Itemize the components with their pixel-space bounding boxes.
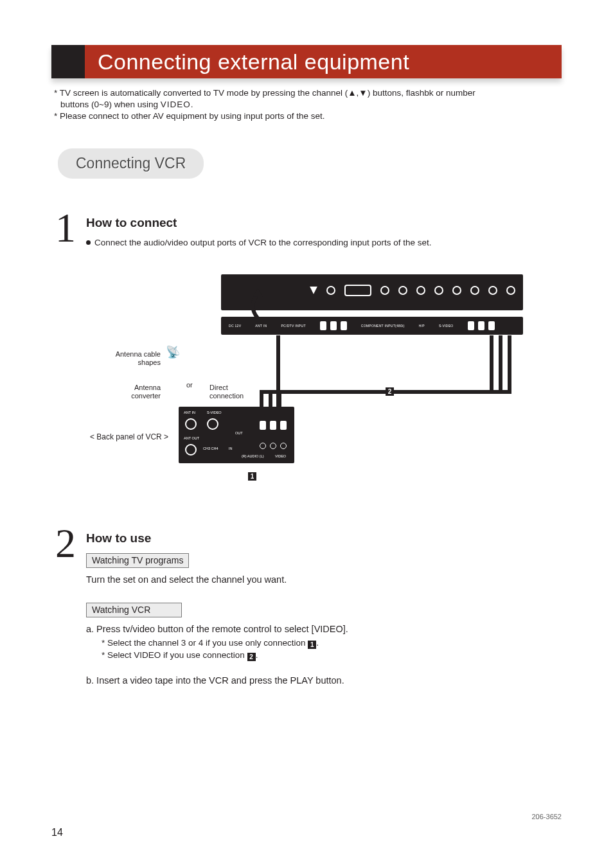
tv-rear-panel-labels: DC 12V ANT IN PC/DTV INPUT COMPONENT INP…	[221, 317, 523, 335]
label-hp: H/P	[419, 324, 425, 328]
step-1-heading: How to connect	[86, 216, 562, 230]
sub-heading-vcr: Watching VCR	[86, 603, 182, 617]
vga-port	[344, 285, 371, 296]
note1b-video: VIDEO.	[161, 100, 194, 109]
page-number: 14	[51, 827, 63, 838]
sub2-note2-a: * Select VIDEO if you use connection	[102, 650, 247, 660]
vcr-port	[185, 444, 197, 456]
sub2-b: b. Insert a video tape into the VCR and …	[86, 674, 562, 687]
connection-diagram: DC 12V ANT IN PC/DTV INPUT COMPONENT INP…	[90, 274, 523, 486]
vcr-rca-in	[260, 443, 287, 449]
step-1-bullet-text: Connect the audio/video output ports of …	[94, 238, 432, 247]
cable-av-v1	[490, 335, 493, 393]
intro-notes: * TV screen is automatically converted t…	[54, 87, 562, 123]
title-bar: Connecting external equipment	[51, 45, 562, 78]
port-circle	[434, 286, 443, 295]
vcr-video: VIDEO	[275, 454, 286, 458]
vcr-ch: CH3 CH4	[203, 447, 218, 450]
note1b: buttons (0~9) when using	[60, 100, 161, 109]
vcr-audio: (R) AUDIO (L)	[242, 454, 264, 458]
step-2-heading: How to use	[86, 531, 562, 545]
note2: * Please connect to other AV equipment b…	[54, 111, 562, 122]
bullet-icon	[86, 240, 91, 245]
label-pc: PC/DTV INPUT	[281, 324, 305, 328]
vcr-ant-in: ANT IN	[184, 411, 195, 414]
sub2-note1-b: .	[316, 638, 319, 648]
direct-label: Direct connection	[209, 384, 244, 400]
cable-av-v3	[508, 335, 511, 393]
vcr-ant-out: ANT OUT	[184, 436, 199, 440]
vcr-out: OUT	[235, 431, 243, 435]
port-circle	[488, 286, 497, 295]
sub2-note2: * Select VIDEO if you use connection 2.	[102, 650, 562, 661]
label-dc: DC 12V	[229, 324, 241, 328]
step-2-number: 2	[55, 525, 86, 562]
vcr-port	[207, 418, 218, 430]
vcr-port	[185, 418, 197, 430]
port-circle	[398, 286, 407, 295]
sub2-a: a. Press tv/video button of the remote c…	[86, 623, 562, 635]
cable-av-v2	[499, 335, 502, 393]
note1-suffix: ) buttons, flashbk or number	[368, 88, 475, 98]
port-circle	[506, 286, 515, 295]
sub2-note1: * Select the channel 3 or 4 if you use o…	[102, 638, 562, 649]
inline-marker-2: 2	[247, 653, 256, 661]
port-circle	[452, 286, 461, 295]
port-circle	[380, 286, 389, 295]
curve-arrow-icon	[247, 287, 269, 319]
inline-marker-1: 1	[308, 641, 316, 649]
vcr-svideo: S-VIDEO	[207, 411, 222, 414]
note1-prefix: * TV screen is automatically converted t…	[54, 88, 348, 98]
vcr-back-panel: ANT IN S-VIDEO ANT OUT OUT IN CH3 CH4 (R…	[179, 407, 294, 463]
port-circle	[416, 286, 425, 295]
label-comp: COMPONENT INPUT(480i)	[361, 324, 405, 328]
sub2-note1-a: * Select the channel 3 or 4 if you use o…	[102, 638, 308, 648]
sub2-note2-b: .	[256, 650, 258, 660]
antenna-icon: 📡	[166, 345, 180, 359]
or-label: or	[186, 381, 193, 389]
footer-code: 206-3652	[532, 813, 562, 820]
step-1-number: 1	[55, 209, 86, 247]
av-rca	[468, 321, 495, 330]
vcr-in: IN	[229, 447, 233, 450]
vcr-rca-out	[260, 421, 287, 430]
diagram-marker-1: 1	[248, 472, 256, 481]
section-heading: Connecting VCR	[58, 148, 204, 179]
label-svideo: S-VIDEO	[439, 324, 454, 328]
component-rca	[320, 321, 347, 330]
tv-top-ports	[310, 285, 515, 296]
vcr-panel-label: < Back panel of VCR >	[90, 432, 168, 441]
label-ant: ANT IN	[255, 324, 267, 328]
converter-label: Antenna converter	[114, 384, 161, 400]
port-circle	[326, 286, 335, 295]
diagram-marker-2: 2	[386, 387, 394, 396]
step-1: 1 How to connect Connect the audio/video…	[55, 209, 562, 267]
page-title: Connecting external equipment	[98, 49, 409, 75]
sub1-text: Turn the set on and select the channel y…	[86, 573, 562, 586]
step-2: 2 How to use Watching TV programs Turn t…	[55, 525, 562, 704]
step-1-bullet: Connect the audio/video output ports of …	[86, 238, 562, 247]
sub-heading-tv: Watching TV programs	[86, 553, 189, 568]
power-icon	[310, 287, 317, 294]
port-circle	[470, 286, 479, 295]
note1-arrows: ▲,▼	[348, 88, 367, 98]
antenna-cable-label: Antenna cable shapes	[103, 350, 161, 367]
title-square	[51, 45, 85, 78]
